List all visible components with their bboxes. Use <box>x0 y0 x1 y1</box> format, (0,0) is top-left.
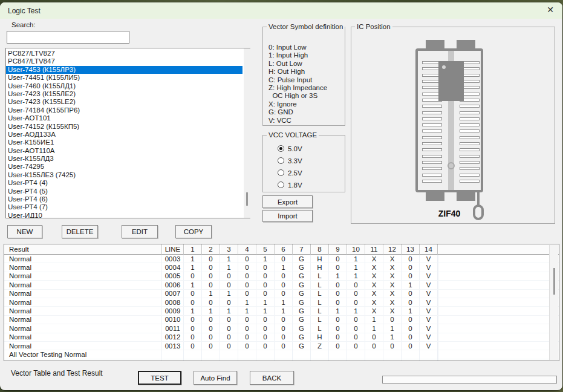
socket-tab <box>457 40 475 49</box>
value-cell: 0 <box>275 255 293 263</box>
value-cell: 0 <box>329 255 347 263</box>
vcc-option[interactable]: 3.3V <box>278 157 302 165</box>
header-cell: LINE <box>162 244 184 255</box>
list-item[interactable]: User-74295 <box>6 163 242 171</box>
value-cell: L <box>311 316 329 324</box>
list-item[interactable]: User-7423 (К155ЛЕ2) <box>6 90 242 98</box>
list-item[interactable]: User-7453 (К155ЛР3) <box>6 66 242 74</box>
value-cell: 1 <box>383 324 402 332</box>
import-button[interactable]: Import <box>262 210 313 222</box>
list-item[interactable]: User-74152 (К155КП5) <box>6 123 242 131</box>
scrollbar-thumb[interactable] <box>553 268 555 295</box>
value-cell: 0 <box>238 290 256 298</box>
list-item[interactable]: User-ИД10 <box>6 212 242 218</box>
value-cell <box>383 359 402 361</box>
socket-slot <box>460 155 480 158</box>
result-cell: Normal <box>4 342 162 350</box>
value-cell: 0 <box>402 263 420 271</box>
radio-label: 5.0V <box>288 145 302 152</box>
chip-list[interactable]: PC827/LTV827PC847/LTV847User-7453 (К155Л… <box>5 48 250 218</box>
value-cell: X <box>383 298 402 306</box>
edit-button[interactable]: EDIT <box>122 225 158 238</box>
value-cell <box>347 359 365 361</box>
table-scrollbar[interactable] <box>549 245 558 360</box>
value-cell <box>311 350 329 358</box>
value-cell: Z <box>311 342 329 350</box>
header-cell: 9 <box>329 244 347 255</box>
value-cell: 0 <box>256 281 275 289</box>
table-row[interactable]: Normal0007011000GL00XX0V <box>4 290 559 298</box>
scrollbar-thumb[interactable] <box>246 192 248 206</box>
value-cell: 1 <box>238 307 256 315</box>
value-cell: 0 <box>202 255 220 263</box>
copy-button[interactable]: COPY <box>175 225 212 238</box>
list-item[interactable]: User-К155ИЕ1 <box>6 139 242 146</box>
list-item[interactable]: User-АОД133А <box>6 131 242 139</box>
value-cell: X <box>383 255 402 263</box>
value-cell: L <box>311 324 329 332</box>
list-item[interactable]: User-РТ4 (7) <box>6 203 242 211</box>
value-cell: L <box>311 272 329 280</box>
header-cell: 7 <box>293 244 311 255</box>
socket-slot <box>460 180 480 183</box>
list-item[interactable]: User-74184 (К155ПР6) <box>6 106 242 114</box>
search-input[interactable] <box>7 31 129 44</box>
value-cell: 1 <box>347 307 365 315</box>
new-button[interactable]: NEW <box>7 225 42 238</box>
test-button[interactable]: TEST <box>138 371 181 385</box>
chip-list-scrollbar[interactable] <box>244 48 250 218</box>
value-cell: X <box>365 281 383 289</box>
value-cell: 1 <box>329 272 347 280</box>
vcc-option[interactable]: 1.8V <box>278 181 302 189</box>
list-item[interactable]: User-РТ4 (4) <box>6 179 242 187</box>
list-item[interactable]: User-74451 (К155ЛИ5) <box>6 74 242 82</box>
table-row[interactable]: Normal0013000000GZ00000V <box>4 342 559 350</box>
list-item[interactable]: PC827/LTV827 <box>6 50 242 57</box>
symbol-line: 1: Input High <box>268 51 327 59</box>
list-item[interactable]: PC847/LTV847 <box>6 57 242 65</box>
table-row[interactable]: Normal0005000000GL11XX0V <box>4 272 559 281</box>
footer-caption: Vector Table and Test Result <box>11 369 103 377</box>
table-row[interactable]: Normal0009111111GL11XX1V <box>4 307 559 315</box>
empty-row[interactable] <box>4 359 559 361</box>
line-cell: 0004 <box>162 263 184 271</box>
list-item[interactable]: User-К155ЛД3 <box>6 155 242 163</box>
value-cell: 0 <box>220 281 238 289</box>
table-row[interactable]: Normal0004101001GH01XX0V <box>4 263 559 272</box>
value-cell <box>184 350 202 358</box>
list-item[interactable]: User-7423 (K155LE2) <box>6 98 242 106</box>
value-cell: X <box>365 298 383 306</box>
table-row[interactable]: Normal0003101010GH01XX0V <box>4 255 559 263</box>
title-bar[interactable]: Logic Test <box>0 2 562 19</box>
value-cell: G <box>293 324 311 332</box>
vcc-option[interactable]: 5.0V <box>278 145 302 152</box>
result-cell: Normal <box>4 298 162 306</box>
line-cell: 0009 <box>162 307 184 315</box>
table-row[interactable]: Normal0006100000GL00XX1V <box>4 281 559 289</box>
vcc-option[interactable]: 2.5V <box>278 169 302 177</box>
list-item[interactable]: User-К155ЛЕ3 (7425) <box>6 171 242 179</box>
export-button[interactable]: Export <box>262 195 313 208</box>
summary-row[interactable]: All Vector Testing Normal <box>4 350 559 359</box>
value-cell <box>311 359 329 361</box>
delete-button[interactable]: DELETE <box>62 225 98 238</box>
value-cell: G <box>293 298 311 306</box>
table-row[interactable]: Normal0011000000GL00110V <box>4 324 559 333</box>
close-icon[interactable]: ✕ <box>545 4 556 15</box>
back-button[interactable]: BACK <box>250 371 294 385</box>
list-item[interactable]: User-АОТ110А <box>6 147 242 155</box>
table-row[interactable]: Normal0010000000GL00100V <box>4 316 559 324</box>
value-cell <box>420 350 438 358</box>
line-cell <box>162 359 184 361</box>
list-item[interactable]: User-7460 (К155ЛД1) <box>6 82 242 90</box>
table-row[interactable]: Normal0012000000GH00010V <box>4 333 559 342</box>
value-cell: 0 <box>184 298 202 306</box>
socket-slot <box>422 161 442 164</box>
list-item[interactable]: User-АОТ101 <box>6 114 242 122</box>
value-cell: 1 <box>184 263 202 271</box>
filler-cell <box>438 324 438 332</box>
list-item[interactable]: User-РТ4 (5) <box>6 188 242 195</box>
table-row[interactable]: Normal0008000111GL00XX0V <box>4 298 559 307</box>
list-item[interactable]: User-РТ4 (6) <box>6 195 242 203</box>
auto-find-button[interactable]: Auto Find <box>194 371 237 385</box>
